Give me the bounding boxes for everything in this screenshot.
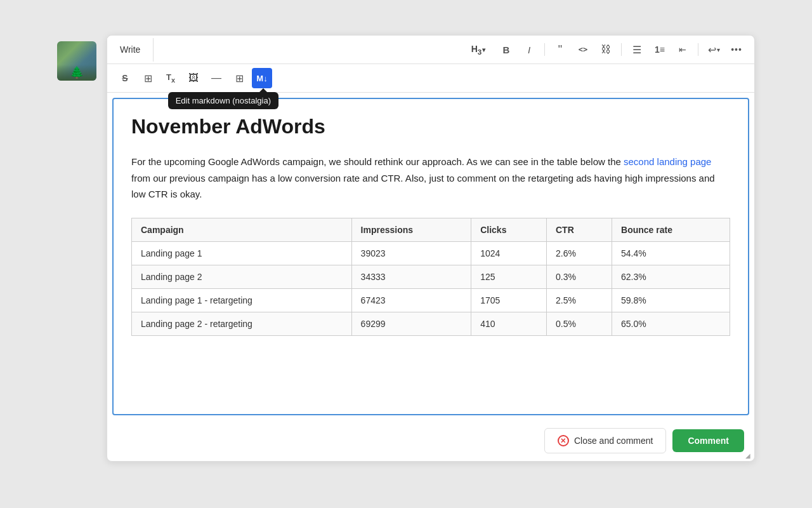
cell-2-3: 2.5% <box>546 288 612 312</box>
ul-icon: ☰ <box>632 44 641 56</box>
col-ctr: CTR <box>546 218 612 241</box>
italic-button[interactable]: I <box>519 39 539 60</box>
indent-button[interactable]: ⇤ <box>672 39 693 60</box>
cell-0-1: 39023 <box>351 241 471 265</box>
table-row: Landing page 2 - retargeting692994100.5%… <box>132 312 730 335</box>
cell-3-4: 65.0% <box>612 312 730 335</box>
document-body: For the upcoming Google AdWords campaign… <box>131 154 730 203</box>
code-button[interactable]: <> <box>573 39 593 60</box>
editor-container: Write H3 ▾ B I " <> <box>107 35 755 462</box>
italic-icon: I <box>528 44 530 55</box>
markdown-button[interactable]: M↓ <box>252 68 272 88</box>
col-bounce: Bounce rate <box>612 218 730 241</box>
undo-icon: ↩ <box>708 44 716 56</box>
cell-1-4: 62.3% <box>612 265 730 288</box>
heading-button[interactable]: H3 ▾ <box>463 39 494 60</box>
page-wrapper: Write H3 ▾ B I " <> <box>57 35 755 462</box>
toolbar-second: S ⊞ Tx 🖼 — ⊞ <box>107 64 754 93</box>
col-clicks: Clicks <box>471 218 547 241</box>
col-impressions: Impressions <box>351 218 471 241</box>
cell-1-1: 34333 <box>351 265 471 288</box>
cell-0-2: 1024 <box>471 241 547 265</box>
link-icon: ⛓ <box>601 44 611 55</box>
action-bar: ✕ Close and comment Comment <box>107 420 754 461</box>
clear-format-button[interactable]: Tx <box>160 68 181 88</box>
cell-2-1: 67423 <box>351 288 471 312</box>
bold-button[interactable]: B <box>496 39 516 60</box>
table-button[interactable]: ⊞ <box>229 68 249 88</box>
col-campaign: Campaign <box>132 218 352 241</box>
code-block-button[interactable]: ⊞ <box>138 68 158 88</box>
toolbar-second-left: S ⊞ Tx 🖼 — ⊞ <box>115 68 272 88</box>
toolbar-actions: H3 ▾ B I " <> ⛓ <box>455 36 754 64</box>
toolbar-divider-2 <box>621 43 622 56</box>
table-icon: ⊞ <box>235 72 244 84</box>
close-red-icon: ✕ <box>558 435 569 446</box>
markdown-tooltip-wrapper: M↓ Edit markdown (nostalgia) <box>252 68 272 88</box>
table-row: Landing page 13902310242.6%54.4% <box>132 241 730 265</box>
toolbar-divider-1 <box>544 43 545 56</box>
blockquote-icon: " <box>558 43 562 57</box>
heading-label: H3 <box>471 44 482 56</box>
campaign-table: Campaign Impressions Clicks CTR Bounce r… <box>131 218 730 336</box>
chevron-down-icon: ▾ <box>482 46 485 53</box>
hr-icon: — <box>211 72 221 84</box>
document-title: November AdWords <box>131 114 730 138</box>
markdown-tooltip: Edit markdown (nostalgia) <box>168 92 278 109</box>
cell-0-0: Landing page 1 <box>132 241 352 265</box>
table-header-row: Campaign Impressions Clicks CTR Bounce r… <box>132 218 730 241</box>
bold-icon: B <box>503 44 510 55</box>
tab-write[interactable]: Write <box>107 38 154 62</box>
image-icon: 🖼 <box>188 72 199 84</box>
table-row: Landing page 2343331250.3%62.3% <box>132 265 730 288</box>
comment-button[interactable]: Comment <box>672 429 744 452</box>
cell-1-0: Landing page 2 <box>132 265 352 288</box>
code-block-icon: ⊞ <box>144 72 152 84</box>
more-icon: ••• <box>731 44 742 55</box>
clear-format-icon: Tx <box>166 72 175 84</box>
toolbar-top: Write H3 ▾ B I " <> <box>107 36 754 64</box>
close-and-comment-button[interactable]: ✕ Close and comment <box>544 428 667 453</box>
link-button[interactable]: ⛓ <box>596 39 616 60</box>
toolbar-divider-3 <box>698 43 698 56</box>
avatar <box>57 41 96 81</box>
table-row: Landing page 1 - retargeting6742317052.5… <box>132 288 730 312</box>
indent-icon: ⇤ <box>679 44 686 55</box>
more-button[interactable]: ••• <box>726 39 747 60</box>
cell-2-0: Landing page 1 - retargeting <box>132 288 352 312</box>
strikethrough-button[interactable]: S <box>115 68 135 88</box>
cell-3-3: 0.5% <box>546 312 612 335</box>
content-area[interactable]: November AdWords For the upcoming Google… <box>112 98 749 415</box>
strikethrough-icon: S <box>122 73 128 83</box>
blockquote-button[interactable]: " <box>550 39 570 60</box>
cell-3-0: Landing page 2 - retargeting <box>132 312 352 335</box>
hr-button[interactable]: — <box>206 68 226 88</box>
cell-1-2: 125 <box>471 265 547 288</box>
close-comment-label: Close and comment <box>574 436 653 446</box>
resize-handle[interactable]: ◢ <box>745 452 753 460</box>
cell-1-3: 0.3% <box>546 265 612 288</box>
ordered-list-button[interactable]: 1≡ <box>650 39 670 60</box>
undo-button[interactable]: ↩ ▾ <box>704 39 724 60</box>
markdown-icon: M↓ <box>256 74 267 83</box>
undo-chevron-icon: ▾ <box>717 46 720 53</box>
cell-0-4: 54.4% <box>612 241 730 265</box>
image-button[interactable]: 🖼 <box>183 68 204 88</box>
ol-icon: 1≡ <box>655 44 665 55</box>
cell-0-3: 2.6% <box>546 241 612 265</box>
code-icon: <> <box>579 45 587 54</box>
cell-2-2: 1705 <box>471 288 547 312</box>
cell-2-4: 59.8% <box>612 288 730 312</box>
cell-3-1: 69299 <box>351 312 471 335</box>
unordered-list-button[interactable]: ☰ <box>627 39 647 60</box>
cell-3-2: 410 <box>471 312 547 335</box>
landing-page-link[interactable]: second landing page <box>624 156 711 167</box>
